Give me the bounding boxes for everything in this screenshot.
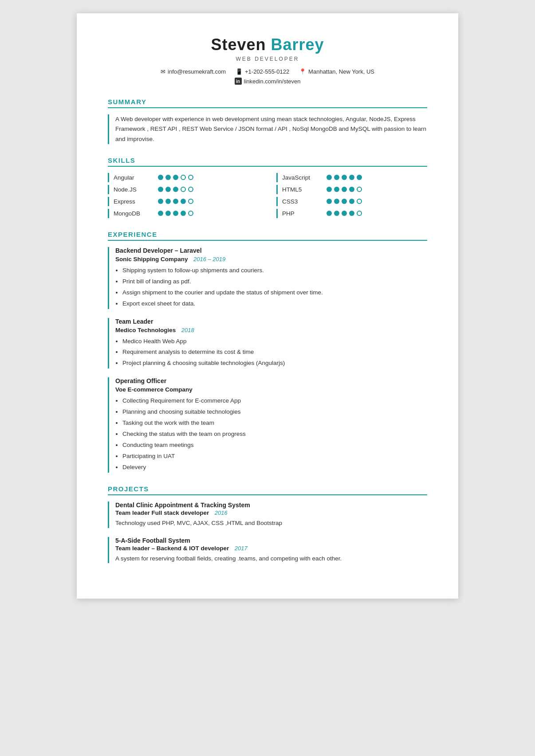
experience-block: Team Leader Medico Technologies 2018 Med… (108, 318, 427, 369)
dot-filled (327, 211, 332, 216)
project-block: 5-A-Side Football System Team leader – B… (108, 537, 427, 564)
skill-name: MongoDB (114, 210, 153, 217)
last-name: Barrey (271, 35, 324, 54)
dot-filled (342, 187, 347, 192)
resume-document: Steven Barrey WEB DEVELOPER ✉ info@resum… (77, 13, 458, 599)
dot-empty (188, 211, 193, 216)
skill-name: PHP (282, 210, 322, 217)
exp-bullet: Print bill of landing as pdf. (122, 277, 427, 287)
project-title: Dental Clinic Appointment & Tracking Sys… (115, 501, 427, 509)
exp-bullet: Project planning & choosing suitable tec… (122, 358, 427, 368)
skill-dots (158, 187, 193, 192)
skill-row: HTML5 (276, 185, 427, 194)
dot-filled (327, 175, 332, 180)
skills-grid: Angular JavaScript Node.JS HTML5 Express… (108, 173, 427, 218)
dot-filled (181, 199, 186, 204)
project-role-row: Team leader – Backend & IOT developer 20… (115, 544, 427, 552)
experience-section: EXPERIENCE Backend Developer – Laravel S… (108, 231, 427, 473)
dot-filled (327, 187, 332, 192)
project-block: Dental Clinic Appointment & Tracking Sys… (108, 501, 427, 528)
project-title: 5-A-Side Football System (115, 537, 427, 544)
skill-name: Node.JS (114, 186, 153, 193)
skill-dots (327, 211, 362, 216)
dot-empty (188, 199, 193, 204)
project-year: 2016 (215, 509, 228, 516)
exp-company-row: Sonic Shipping Company 2016 – 2019 (115, 255, 427, 263)
skill-name: Express (114, 198, 153, 205)
project-year: 2017 (235, 545, 248, 552)
skill-dots (327, 199, 362, 204)
exp-company-row: Voe E-commerce Company (115, 385, 427, 393)
exp-bullet: Delevery (122, 462, 427, 473)
skill-name: CSS3 (282, 198, 322, 205)
skill-dots (158, 211, 193, 216)
candidate-name: Steven Barrey (108, 35, 427, 54)
skill-dots (327, 175, 362, 180)
skill-row: Node.JS (108, 185, 259, 194)
dot-filled (158, 175, 163, 180)
phone-contact: 📱 +1-202-555-0122 (236, 68, 289, 75)
dot-filled (158, 211, 163, 216)
dot-filled (342, 175, 347, 180)
first-name: Steven (211, 35, 266, 54)
location-icon: 📍 (299, 68, 306, 75)
project-desc: A system for reserving football fields, … (115, 554, 427, 564)
email-icon: ✉ (161, 68, 165, 75)
skill-name: JavaScript (282, 174, 322, 181)
exp-role: Operating Officer (115, 377, 427, 384)
linkedin-row: in linkedin.com/in/steven (108, 78, 427, 85)
dot-filled (158, 187, 163, 192)
dot-filled (349, 199, 354, 204)
exp-company-row: Medico Technologies 2018 (115, 326, 427, 334)
exp-bullets: Medico Health Web AppRequirement analysi… (115, 337, 427, 369)
dot-filled (334, 199, 339, 204)
contact-row: ✉ info@resumekraft.com 📱 +1-202-555-0122… (108, 68, 427, 75)
email-contact: ✉ info@resumekraft.com (161, 68, 226, 75)
exp-bullet: Export excel sheet for data. (122, 299, 427, 309)
dot-filled (165, 211, 171, 216)
dot-filled (349, 175, 354, 180)
dot-filled (165, 199, 171, 204)
exp-bullet: Tasking out the work with the team (122, 418, 427, 428)
skill-row: JavaScript (276, 173, 427, 182)
project-role-row: Team leader Full stack developer 2016 (115, 509, 427, 517)
exp-dates: 2016 – 2019 (193, 256, 225, 262)
exp-bullet: Assign shipment to the courier and updat… (122, 288, 427, 298)
skill-row: Angular (108, 173, 259, 182)
dot-empty (188, 187, 193, 192)
experience-block: Backend Developer – Laravel Sonic Shippi… (108, 247, 427, 309)
resume-header: Steven Barrey WEB DEVELOPER ✉ info@resum… (108, 35, 427, 85)
exp-bullet: Medico Health Web App (122, 337, 427, 347)
location-value: Manhattan, New York, US (308, 68, 374, 75)
dot-filled (173, 211, 178, 216)
job-title: WEB DEVELOPER (108, 56, 427, 62)
dot-empty (181, 175, 186, 180)
exp-bullet: Planning and choosing suitable technolog… (122, 407, 427, 417)
dot-filled (173, 187, 178, 192)
skill-name: Angular (114, 174, 153, 181)
exp-company: Voe E-commerce Company (115, 386, 193, 393)
exp-bullet: Checking the status with the team on pro… (122, 429, 427, 439)
exp-role: Team Leader (115, 318, 427, 325)
projects-section: PROJECTS Dental Clinic Appointment & Tra… (108, 485, 427, 563)
dot-filled (181, 211, 186, 216)
experience-container: Backend Developer – Laravel Sonic Shippi… (108, 247, 427, 473)
skills-section: SKILLS Angular JavaScript Node.JS HTML5 … (108, 157, 427, 218)
dot-filled (173, 199, 178, 204)
dot-filled (165, 187, 171, 192)
exp-bullet: Collecting Requirement for E-commerce Ap… (122, 396, 427, 406)
linkedin-icon: in (235, 78, 242, 85)
exp-role: Backend Developer – Laravel (115, 247, 427, 254)
dot-filled (334, 187, 339, 192)
dot-empty (357, 199, 362, 204)
email-value: info@resumekraft.com (168, 68, 226, 75)
skill-dots (327, 187, 362, 192)
dot-empty (188, 175, 193, 180)
project-role: Team leader – Backend & IOT developer (115, 545, 229, 552)
exp-company: Medico Technologies (115, 327, 176, 333)
dot-filled (334, 175, 339, 180)
skill-row: PHP (276, 209, 427, 218)
linkedin-value: linkedin.com/in/steven (244, 78, 301, 85)
experience-block: Operating Officer Voe E-commerce Company… (108, 377, 427, 473)
summary-title: SUMMARY (108, 98, 427, 108)
